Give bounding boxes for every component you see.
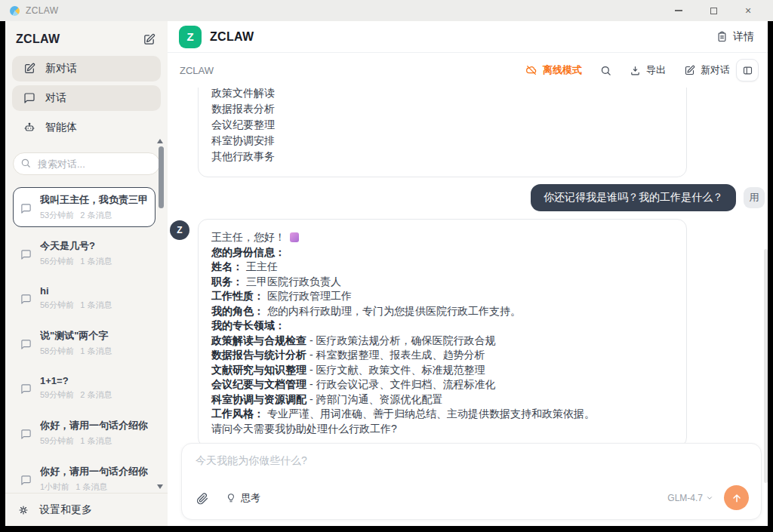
close-icon: × bbox=[745, 5, 751, 16]
assistant-message-line: 数据报告与统计分析 - 科室数据整理、报表生成、趋势分析 bbox=[211, 348, 673, 363]
window-controls: × bbox=[661, 1, 765, 20]
sidebar-panel-icon bbox=[742, 65, 753, 76]
maximize-button[interactable] bbox=[696, 1, 731, 20]
panel-toggle-button[interactable] bbox=[736, 59, 759, 81]
assistant-greeting-line: 王主任，您好！ bbox=[211, 230, 673, 245]
conversation-item[interactable]: hi 56分钟前 1 条消息 bbox=[13, 279, 156, 317]
scroll-up-arrow-icon[interactable] bbox=[157, 139, 163, 143]
app-logo-icon bbox=[10, 6, 20, 16]
message-input[interactable] bbox=[196, 454, 749, 466]
offline-mode-label: 离线模式 bbox=[543, 63, 582, 77]
robot-icon bbox=[23, 121, 35, 134]
conversation-time: 1小时前 bbox=[40, 481, 69, 493]
think-toggle[interactable]: 思考 bbox=[226, 491, 260, 505]
nav-label: 新对话 bbox=[45, 62, 77, 75]
assistant-message-line: 工作性质： 医院行政管理工作 bbox=[211, 289, 673, 304]
app-frame: ZCLAW 新对话 对话 bbox=[5, 21, 768, 526]
conversation-time: 56分钟前 bbox=[40, 256, 74, 267]
conversation-item[interactable]: 你好，请用一句话介绍你... 59分钟前 1 条消息 bbox=[13, 413, 156, 453]
conversation-count: 1 条消息 bbox=[75, 481, 107, 493]
paperclip-icon[interactable] bbox=[196, 491, 209, 505]
conversation-title: 你好，请用一句话介绍你... bbox=[40, 465, 148, 478]
assistant-message-row: Z 王主任，您好！ 您的身份信息： 姓名： 王主任 职务： 三甲医院行政负责人 … bbox=[168, 219, 768, 447]
conversation-title: 我叫王主任，我负责三甲... bbox=[40, 193, 148, 207]
close-button[interactable]: × bbox=[731, 1, 765, 20]
gear-icon bbox=[17, 504, 29, 516]
conversation-item[interactable]: 今天是几号? 56分钟前 1 条消息 bbox=[13, 233, 156, 273]
assistant-avatar: Z bbox=[170, 220, 189, 240]
conversation-time: 59分钟前 bbox=[40, 435, 74, 447]
user-message-row: 你还记得我是谁吗？我的工作是什么？ 用 bbox=[168, 184, 768, 211]
nav-label: 对话 bbox=[45, 91, 66, 105]
sidebar-item-settings[interactable]: 设置和更多 bbox=[5, 493, 168, 526]
conversation-title: 1+1=? bbox=[40, 375, 112, 386]
conversation-count: 1 条消息 bbox=[80, 346, 112, 357]
conversation-title: 今天是几号? bbox=[40, 239, 112, 253]
assistant-message-line: 职务： 三甲医院行政负责人 bbox=[211, 275, 673, 290]
arrow-up-icon bbox=[731, 492, 743, 504]
chat-search-button[interactable] bbox=[600, 65, 611, 76]
conversation-item[interactable]: 1+1=? 59分钟前 2 条消息 bbox=[13, 369, 156, 407]
assistant-message-line: 数据报表分析 bbox=[211, 101, 673, 117]
conversation-title: hi bbox=[40, 285, 112, 297]
os-titlebar: ZCLAW × bbox=[0, 0, 773, 21]
think-label: 思考 bbox=[241, 491, 260, 505]
assistant-message-line: 会议纪要整理 bbox=[211, 117, 673, 133]
send-button[interactable] bbox=[724, 485, 749, 510]
conversation-count: 2 条消息 bbox=[80, 210, 112, 221]
minimize-icon bbox=[675, 10, 682, 11]
chat-toolbar: ZCLAW 离线模式 bbox=[168, 53, 768, 88]
conversation-item[interactable]: 我叫王主任，我负责三甲... 53分钟前 2 条消息 bbox=[13, 187, 156, 227]
chat-bubble-icon bbox=[23, 92, 35, 104]
assistant-message-clipped: 政策文件解读 数据报表分析 会议纪要整理 科室协调安排 其他行政事务 bbox=[198, 88, 687, 177]
settings-label: 设置和更多 bbox=[39, 503, 92, 517]
sidebar-item-agents[interactable]: 智能体 bbox=[12, 115, 161, 140]
user-avatar: 用 bbox=[744, 187, 765, 208]
chat-scrollbar-thumb[interactable] bbox=[764, 249, 768, 483]
assistant-message-line: 科室协调安排 bbox=[211, 133, 673, 149]
chat-bubble-icon bbox=[20, 288, 32, 311]
lightbulb-icon bbox=[226, 493, 236, 503]
compose-icon[interactable] bbox=[143, 33, 156, 46]
chat-bubble-icon bbox=[20, 195, 32, 221]
search-input[interactable] bbox=[13, 152, 160, 175]
assistant-message-line: 您的身份信息： bbox=[211, 245, 673, 260]
details-button[interactable]: 详情 bbox=[716, 30, 754, 44]
bookmark-tabs-emoji bbox=[290, 232, 299, 242]
titlebar-app-name: ZCLAW bbox=[26, 5, 59, 16]
compose-icon bbox=[684, 65, 695, 76]
clipboard-icon bbox=[716, 31, 728, 42]
offline-mode-badge[interactable]: 离线模式 bbox=[525, 63, 582, 77]
export-button[interactable]: 导出 bbox=[630, 63, 666, 77]
assistant-message-line: 科室协调与资源调配 - 跨部门沟通、资源优化配置 bbox=[211, 392, 673, 407]
conversation-title: 你好，请用一句话介绍你... bbox=[40, 419, 148, 432]
conversation-count: 2 条消息 bbox=[80, 389, 112, 401]
chat-bubble-icon bbox=[20, 421, 32, 447]
conversation-item[interactable]: 说"测试"两个字 58分钟前 1 条消息 bbox=[13, 323, 156, 363]
model-selector[interactable]: GLM-4.7 bbox=[667, 493, 713, 503]
conversation-time: 59分钟前 bbox=[40, 389, 74, 401]
user-message-bubble: 你还记得我是谁吗？我的工作是什么？ bbox=[531, 184, 736, 211]
assistant-message-line: 政策解读与合规检查 - 医疗政策法规分析，确保医院行政合规 bbox=[211, 334, 673, 349]
chat-bubble-icon bbox=[20, 241, 32, 267]
sidebar-scrollbar-thumb[interactable] bbox=[159, 146, 164, 208]
minimize-button[interactable] bbox=[661, 1, 696, 20]
conversation-count: 1 条消息 bbox=[80, 300, 112, 311]
search-icon bbox=[600, 65, 611, 76]
main-panel: Z ZCLAW 详情 ZCLAW 离线模式 bbox=[168, 21, 768, 526]
search-icon bbox=[20, 158, 31, 168]
assistant-message-line: 请问今天需要我协助处理什么行政工作? bbox=[211, 422, 673, 437]
conversation-time: 53分钟前 bbox=[40, 210, 74, 221]
page-title: ZCLAW bbox=[210, 30, 254, 44]
composer: 思考 GLM-4.7 bbox=[181, 443, 762, 520]
cloud-off-icon bbox=[525, 64, 537, 76]
scroll-down-arrow-icon[interactable] bbox=[157, 484, 163, 489]
main-header: Z ZCLAW 详情 bbox=[168, 21, 768, 53]
conversation-count: 1 条消息 bbox=[80, 435, 112, 447]
conversation-item[interactable]: 你好，请用一句话介绍你... 1小时前 1 条消息 bbox=[13, 459, 156, 493]
sidebar-item-new-chat[interactable]: 新对话 bbox=[12, 56, 161, 81]
assistant-message-line: 会议纪要与文档管理 - 行政会议记录、文件归档、流程标准化 bbox=[211, 377, 673, 392]
breadcrumb: ZCLAW bbox=[180, 65, 214, 76]
new-chat-button[interactable]: 新对话 bbox=[684, 63, 730, 77]
sidebar-item-chats[interactable]: 对话 bbox=[12, 85, 161, 111]
